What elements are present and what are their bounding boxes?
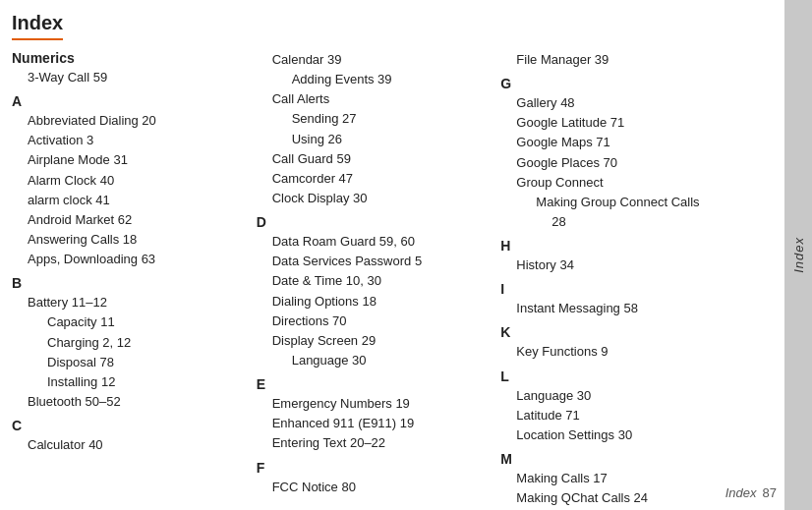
index-entry: Group Connect <box>500 173 729 193</box>
index-entry: G <box>500 76 729 91</box>
index-entry: D <box>257 214 486 230</box>
index-entry: Adding Events 39 <box>257 70 486 89</box>
index-entry: Data Services Password 5 <box>257 252 486 271</box>
index-entry: Making QChat Calls 24 <box>500 488 729 508</box>
index-entry: Directions 70 <box>257 312 486 331</box>
page-title: Index <box>12 12 63 40</box>
index-entry: Google Latitude 71 <box>500 113 729 133</box>
index-entry: Display Screen 29 <box>257 331 486 351</box>
index-entry: Latitude 71 <box>500 406 729 425</box>
index-entry: I <box>500 281 729 297</box>
index-entry: Apps, Downloading 63 <box>12 250 241 269</box>
index-entry: Abbreviated Dialing 20 <box>12 111 241 131</box>
index-entry: Google Maps 71 <box>500 133 729 152</box>
page-number-value: 87 <box>763 485 777 500</box>
index-entry: Gallery 48 <box>500 93 729 113</box>
index-entry: Answering Calls 18 <box>12 230 241 250</box>
index-entry: Disposal 78 <box>12 353 241 372</box>
index-entry: Data Roam Guard 59, 60 <box>257 232 486 252</box>
index-entry: 3-Way Call 59 <box>12 68 241 87</box>
index-entry: F <box>257 460 486 476</box>
index-entry: Airplane Mode 31 <box>12 150 241 170</box>
index-entry: Alarm Clock 40 <box>12 171 241 191</box>
side-tab: Index <box>784 0 812 510</box>
index-entry: Making Calls 17 <box>500 469 729 488</box>
index-entry: Camcorder 47 <box>257 169 486 189</box>
index-entry: Battery 11–12 <box>12 293 241 312</box>
index-entry: Instant Messaging 58 <box>500 299 729 318</box>
index-entry: Charging 2, 12 <box>12 333 241 353</box>
index-col-col2: Calendar 39Adding Events 39Call AlertsSe… <box>257 50 501 508</box>
page-number-bar: Index 87 <box>725 485 777 500</box>
index-col-col1: Numerics3-Way Call 59AAbbreviated Dialin… <box>12 50 257 508</box>
index-entry: M <box>500 451 729 467</box>
index-entry: Enhanced 911 (E911) 19 <box>257 414 486 433</box>
index-entry: K <box>500 324 729 340</box>
index-entry: Using 26 <box>257 130 486 149</box>
index-entry: Dialing Options 18 <box>257 292 486 312</box>
index-entry: Calendar 39 <box>257 50 486 70</box>
index-entry: L <box>500 368 729 384</box>
index-entry: E <box>257 376 486 392</box>
index-entry: Call Guard 59 <box>257 149 486 169</box>
index-entry: History 34 <box>500 255 729 275</box>
index-entry: Capacity 11 <box>12 312 241 332</box>
index-entry: Installing 12 <box>12 372 241 392</box>
side-tab-label: Index <box>791 237 806 273</box>
index-entry: Clock Display 30 <box>257 189 486 208</box>
index-entry: Numerics <box>12 50 241 66</box>
main-content: Index Numerics3-Way Call 59AAbbreviated … <box>0 0 784 510</box>
page-container: Index Index Numerics3-Way Call 59AAbbrev… <box>0 0 812 510</box>
index-entry: Key Functions 9 <box>500 342 729 362</box>
index-entry: Location Settings 30 <box>500 425 729 445</box>
index-entry: Emergency Numbers 19 <box>257 394 486 414</box>
index-entry: Language 30 <box>257 351 486 370</box>
index-entry: alarm clock 41 <box>12 191 241 210</box>
index-entry: C <box>12 418 241 433</box>
index-entry: Activation 3 <box>12 131 241 150</box>
index-entry: Google Places 70 <box>500 153 729 173</box>
index-entry: Date & Time 10, 30 <box>257 271 486 291</box>
index-entry: Making Group Connect Calls <box>500 193 729 212</box>
index-entry: B <box>12 275 241 291</box>
index-col-col3: File Manager 39GGallery 48Google Latitud… <box>500 50 745 508</box>
index-entry: Android Market 62 <box>12 210 241 230</box>
index-entry: Entering Text 20–22 <box>257 433 486 453</box>
index-entry: Language 30 <box>500 386 729 406</box>
index-entry: H <box>500 238 729 254</box>
index-entry: Bluetooth 50–52 <box>12 392 241 412</box>
index-entry: File Manager 39 <box>500 50 729 70</box>
index-entry: 28 <box>500 212 729 232</box>
index-columns: Numerics3-Way Call 59AAbbreviated Dialin… <box>12 50 745 508</box>
index-entry: FCC Notice 80 <box>257 478 486 497</box>
index-entry: Call Alerts <box>257 89 486 109</box>
index-entry: A <box>12 93 241 109</box>
index-entry: Sending 27 <box>257 109 486 129</box>
page-number-label: Index <box>725 485 757 500</box>
index-entry: Calculator 40 <box>12 435 241 455</box>
